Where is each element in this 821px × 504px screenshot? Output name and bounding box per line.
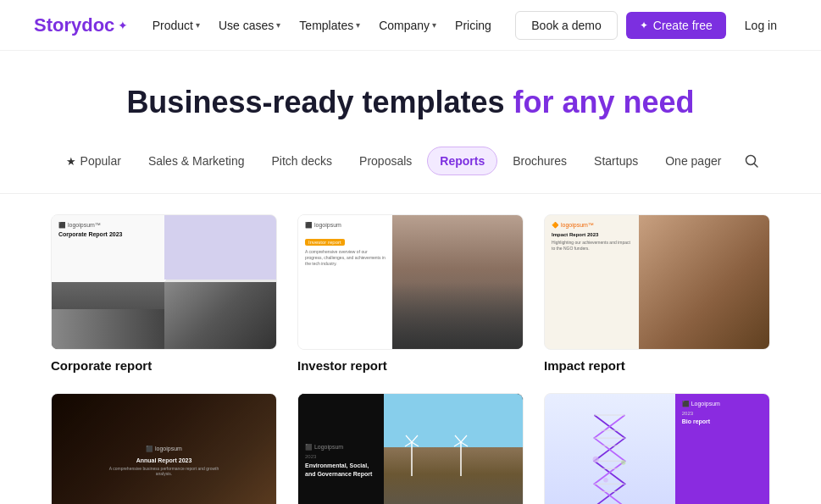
dna-helix-icon [558,407,662,504]
card-annual-report[interactable]: ⬛ logoipsum Annual Report 2023 A compreh… [51,393,277,504]
card-impact-thumbnail: 🔶 logoipsum™ Impact Report 2023 Highligh… [544,214,770,350]
card-bio-thumbnail: ⬛ Logoipsum 2023 Bio report [544,393,770,504]
card-esg-report[interactable]: ⬛ Logoipsum 2023 Environmental, Social, … [297,393,524,504]
sparkle-icon: ✦ [640,19,648,31]
nav-pricing[interactable]: Pricing [448,15,498,36]
search-button[interactable] [736,146,767,176]
tab-one-pager[interactable]: One pager [653,147,733,174]
card-investor-thumbnail: ⬛ logoipsum Investor report A comprehens… [297,214,524,350]
logo[interactable]: Storydoc ✦ [34,14,128,36]
hero-section: Business-ready templates for any need [0,51,821,146]
star-icon: ★ [66,155,76,168]
tab-startups[interactable]: Startups [582,147,650,174]
header-actions: Book a demo ✦ Create free Log in [515,11,787,40]
svg-line-1 [755,164,758,168]
nav-templates[interactable]: Templates ▾ [292,15,367,36]
login-button[interactable]: Log in [735,12,787,39]
header: Storydoc ✦ Product ▾ Use cases ▾ Templat… [0,0,821,51]
card-investor-label: Investor report [297,358,524,373]
chevron-down-icon: ▾ [356,20,360,30]
svg-point-25 [604,478,608,482]
nav-product[interactable]: Product ▾ [146,15,207,36]
tab-reports[interactable]: Reports [427,147,497,175]
svg-line-8 [455,435,461,442]
card-grid: ⬛ logoipsum™ Corporate Report 2023 Corpo… [51,214,770,504]
tab-proposals[interactable]: Proposals [347,147,424,174]
tab-pitch-decks[interactable]: Pitch decks [259,147,344,174]
card-corporate-report[interactable]: ⬛ logoipsum™ Corporate Report 2023 Corpo… [51,214,277,373]
chevron-down-icon: ▾ [432,20,436,30]
chevron-down-icon: ▾ [276,20,280,30]
windmill-icon [404,434,419,476]
book-demo-button[interactable]: Book a demo [515,11,618,40]
tab-popular[interactable]: ★ Popular [54,147,133,174]
card-impact-label: Impact report [544,358,770,373]
card-annual-thumbnail: ⬛ logoipsum Annual Report 2023 A compreh… [51,393,277,504]
card-investor-report[interactable]: ⬛ logoipsum Investor report A comprehens… [297,214,524,373]
logo-star: ✦ [118,19,128,32]
search-icon [744,153,759,169]
tab-sales[interactable]: Sales & Marketing [136,147,257,174]
svg-line-5 [405,442,412,446]
windmill-icon-2 [453,434,469,476]
hero-title: Business-ready templates for any need [17,85,804,120]
card-impact-report[interactable]: 🔶 logoipsum™ Impact Report 2023 Highligh… [544,214,770,373]
svg-point-24 [621,460,625,464]
svg-line-3 [406,435,412,442]
svg-point-23 [593,457,599,462]
nav-company[interactable]: Company ▾ [372,15,443,36]
category-tabs: ★ Popular Sales & Marketing Pitch decks … [0,146,821,194]
card-corporate-label: Corporate report [51,358,277,373]
create-free-button[interactable]: ✦ Create free [626,12,726,39]
chevron-down-icon: ▾ [196,20,200,30]
svg-line-11 [461,442,468,446]
card-corporate-thumbnail: ⬛ logoipsum™ Corporate Report 2023 [51,214,277,350]
logo-text: Storydoc [34,14,114,36]
tab-brochures[interactable]: Brochures [501,147,579,174]
templates-grid: ⬛ logoipsum™ Corporate Report 2023 Corpo… [0,194,821,504]
svg-line-9 [461,435,467,442]
svg-line-6 [412,442,419,446]
card-bio-report[interactable]: ⬛ Logoipsum 2023 Bio report Bio report [544,393,770,504]
svg-point-0 [746,156,756,165]
main-nav: Product ▾ Use cases ▾ Templates ▾ Compan… [146,15,498,36]
svg-line-4 [412,435,418,442]
card-esg-thumbnail: ⬛ Logoipsum 2023 Environmental, Social, … [297,393,524,504]
svg-line-10 [454,442,461,446]
nav-use-cases[interactable]: Use cases ▾ [212,15,287,36]
